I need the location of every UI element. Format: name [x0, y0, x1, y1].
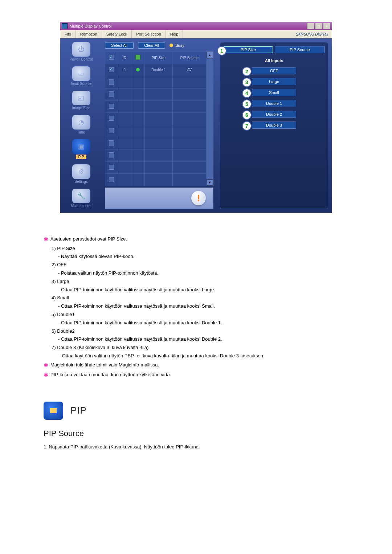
brand-label: SAMSUNG DIGITall: [292, 32, 332, 36]
callout-1: 1: [217, 46, 226, 56]
star-icon: ✱: [44, 361, 48, 370]
sidebar: ⏻ Power Control ▭ Input Source ◱ Image S…: [60, 38, 102, 213]
menu-remocon[interactable]: Remocon: [76, 30, 102, 38]
intro-text: Asetusten perustiedot ovat PIP Size.: [50, 236, 127, 242]
time-icon: ◔: [72, 115, 90, 130]
busy-label: Busy: [175, 43, 184, 48]
table-row[interactable]: [105, 113, 207, 125]
scroll-down-icon[interactable]: ▼: [207, 179, 213, 186]
row-checkbox[interactable]: [109, 128, 114, 133]
tab-pip-source-label: PIP Source: [290, 48, 310, 52]
menu-file[interactable]: File: [60, 30, 76, 38]
nav-settings[interactable]: ⚙ Settings: [60, 164, 102, 184]
busy-indicator: Busy: [170, 43, 184, 48]
nav-input-source[interactable]: ▭ Input Source: [60, 66, 102, 86]
source-step-1: 1. Napsauta PIP-pääkuvaketta (Kuva kuvas…: [44, 443, 348, 451]
option-off[interactable]: OFF: [252, 67, 296, 74]
table-row[interactable]: [105, 76, 207, 89]
table-row[interactable]: [105, 149, 207, 162]
scroll-up-icon[interactable]: ▲: [207, 52, 213, 58]
col-id: ID: [118, 52, 131, 64]
maximize-button[interactable]: □: [315, 23, 322, 29]
close-button[interactable]: ×: [323, 23, 330, 29]
clear-all-button[interactable]: Clear All: [138, 42, 165, 49]
nav-pip[interactable]: ▣ PIP: [60, 139, 102, 159]
maintenance-icon: 🔧: [72, 189, 90, 203]
menu-port-selection[interactable]: Port Selection: [132, 30, 166, 38]
footer: !: [105, 188, 213, 209]
titlebar: Multiple Display Control _ □ ×: [60, 22, 332, 30]
callout-4: 4: [242, 89, 252, 98]
mdc-window: Multiple Display Control _ □ × File Remo…: [60, 22, 332, 213]
table-row[interactable]: [105, 100, 207, 113]
table-row[interactable]: [105, 137, 207, 149]
col-pip-source: PIP Source: [172, 52, 206, 64]
all-inputs-label: All Inputs: [223, 58, 325, 63]
row-id: 0: [118, 64, 131, 76]
table-row[interactable]: 0 Double 1 AV: [105, 64, 207, 76]
row-checkbox[interactable]: [109, 140, 114, 145]
minimize-button[interactable]: _: [307, 23, 314, 29]
callout-5: 5: [242, 99, 252, 109]
select-all-button[interactable]: Select All: [105, 42, 134, 49]
note-1: MagicInfoin tulolähde toimii vain MagicI…: [50, 362, 159, 368]
pip-section-icon: [44, 402, 63, 420]
tab-pip-size-label: PIP Size: [241, 48, 256, 52]
pip-icon: ▣: [72, 139, 90, 154]
row-checkbox[interactable]: [109, 116, 114, 121]
option-double1[interactable]: Double 1: [252, 100, 296, 107]
row-checkbox[interactable]: [109, 104, 114, 109]
scrollbar[interactable]: ▲ ▼: [207, 52, 213, 186]
col-pip-size: PIP Size: [145, 52, 173, 64]
option-double3[interactable]: Double 3: [252, 122, 296, 129]
input-source-icon: ▭: [72, 66, 90, 81]
row-pip-size: Double 1: [145, 64, 173, 76]
row-checkbox[interactable]: [109, 67, 114, 72]
header-checkbox[interactable]: [109, 55, 114, 60]
nav-time[interactable]: ◔ Time: [60, 115, 102, 134]
row-pip-source: AV: [172, 64, 206, 76]
table-row[interactable]: [105, 174, 207, 186]
row-checkbox[interactable]: [109, 152, 114, 157]
callout-3: 3: [242, 78, 252, 87]
image-size-icon: ◱: [72, 91, 90, 105]
pip-panel: 1 PIP Size PIP Source All Inputs 2OFF 3L…: [220, 42, 328, 209]
callout-6: 6: [242, 110, 252, 120]
info-icon: !: [191, 191, 206, 205]
status-dot-icon: [136, 68, 140, 71]
star-icon: ✱: [44, 235, 48, 244]
callout-7: 7: [242, 121, 252, 131]
menu-safety-lock[interactable]: Safety Lock: [102, 30, 132, 38]
note-2: PIP-kokoa voidaan muuttaa, kun näyttöön …: [50, 372, 171, 378]
option-large[interactable]: Large: [252, 78, 296, 85]
app-icon: [62, 23, 68, 29]
display-table: ID PIP Size PIP Source 0 Double 1 AV: [105, 52, 207, 186]
table-row[interactable]: [105, 88, 207, 100]
option-small[interactable]: Small: [252, 89, 296, 96]
star-icon: ✱: [44, 370, 48, 380]
pip-source-heading: PIP Source: [44, 427, 348, 440]
tab-pip-size[interactable]: 1 PIP Size: [223, 46, 273, 53]
menubar: File Remocon Safety Lock Port Selection …: [60, 30, 332, 38]
row-checkbox[interactable]: [109, 165, 114, 170]
power-icon: ⏻: [72, 42, 90, 57]
document-text: ✱Asetusten perustiedot ovat PIP Size. 1)…: [44, 235, 348, 451]
window-title: Multiple Display Control: [70, 24, 112, 28]
col-status-icon: [131, 52, 145, 64]
table-row[interactable]: [105, 125, 207, 137]
settings-icon: ⚙: [72, 164, 90, 179]
option-double2[interactable]: Double 2: [252, 111, 296, 118]
row-checkbox[interactable]: [109, 79, 114, 85]
section-title: PIP: [70, 403, 87, 418]
nav-maintenance[interactable]: 🔧 Maintenance: [60, 189, 102, 208]
menu-help[interactable]: Help: [166, 30, 183, 38]
table-row[interactable]: [105, 161, 207, 174]
nav-power-control[interactable]: ⏻ Power Control: [60, 42, 102, 61]
row-checkbox[interactable]: [109, 177, 114, 182]
callout-2: 2: [242, 67, 252, 76]
busy-dot-icon: [170, 44, 173, 47]
row-checkbox[interactable]: [109, 91, 114, 97]
nav-image-size[interactable]: ◱ Image Size: [60, 91, 102, 110]
tab-pip-source[interactable]: PIP Source: [275, 46, 325, 53]
